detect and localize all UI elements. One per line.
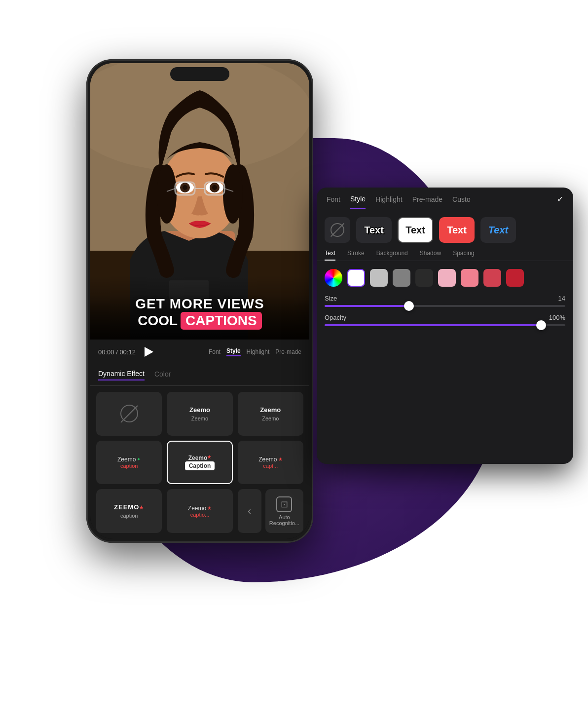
color-red[interactable] bbox=[483, 269, 501, 287]
effects-grid: Zeemo Zeemo Zeemo Zeemo Zeemo✦ caption bbox=[90, 386, 309, 539]
color-dark-red[interactable] bbox=[506, 269, 524, 287]
effect-zeemo-caption3[interactable]: Zeemo★ captio... bbox=[167, 489, 232, 533]
caption-highlight: CAPTIONS bbox=[181, 312, 262, 330]
svg-point-13 bbox=[212, 185, 217, 190]
panel-tab-style[interactable]: Style bbox=[350, 195, 366, 209]
slider-section: Size 14 Opacity 100% bbox=[317, 290, 573, 338]
opacity-slider-thumb[interactable] bbox=[536, 320, 546, 330]
caption-line2-prefix: COOL bbox=[138, 313, 178, 329]
style-options-row: Text Text Text Text bbox=[317, 209, 573, 247]
floating-panel: Font Style Highlight Pre-made Custo ✓ Te… bbox=[317, 188, 573, 464]
svg-point-6 bbox=[157, 164, 177, 224]
effect-zeemo-caption1[interactable]: Zeemo✦ caption bbox=[96, 441, 162, 485]
phone-screen: GET MORE VIEWS COOL CAPTIONS 00:00 / 00:… bbox=[90, 63, 309, 539]
size-slider-fill bbox=[325, 305, 409, 307]
opacity-value: 100% bbox=[549, 314, 565, 321]
effect-none[interactable] bbox=[96, 392, 162, 436]
opacity-slider-track[interactable] bbox=[325, 324, 565, 326]
photo-area: GET MORE VIEWS COOL CAPTIONS bbox=[90, 63, 309, 340]
size-slider-track[interactable] bbox=[325, 305, 565, 307]
auto-rec-button[interactable]: ⊡ AutoRecognitio... bbox=[265, 489, 303, 533]
size-value: 14 bbox=[558, 295, 565, 302]
color-light-pink[interactable] bbox=[438, 269, 456, 287]
panel-check-button[interactable]: ✓ bbox=[557, 194, 563, 209]
sub-tab-background[interactable]: Background bbox=[376, 247, 408, 261]
video-controls: 00:00 / 00:12 Font Style Highlight Pre-m… bbox=[90, 340, 309, 364]
style-option-red-bg[interactable]: Text bbox=[439, 217, 475, 243]
sub-tab-shadow[interactable]: Shadow bbox=[420, 247, 441, 261]
svg-point-10 bbox=[183, 185, 187, 190]
effect-tab-bar: Dynamic Effect Color bbox=[90, 364, 309, 386]
sub-tab-bar: Text Stroke Background Shadow Spacing bbox=[317, 247, 573, 261]
effect-zeemo2[interactable]: Zeemo Zeemo bbox=[238, 392, 303, 436]
time-display: 00:00 / 00:12 bbox=[98, 348, 136, 356]
caption-overlay: GET MORE VIEWS COOL CAPTIONS bbox=[90, 275, 309, 340]
effect-zeemo1[interactable]: Zeemo Zeemo bbox=[167, 392, 232, 436]
size-slider-thumb[interactable] bbox=[404, 301, 414, 311]
effect-zeemo-caption2[interactable]: Zeemo★ capt... bbox=[238, 441, 303, 485]
caption-line2: COOL CAPTIONS bbox=[138, 312, 262, 330]
opacity-label: Opacity bbox=[325, 314, 346, 321]
color-gray[interactable] bbox=[393, 269, 410, 287]
rainbow-color-picker[interactable] bbox=[325, 269, 342, 287]
opacity-slider-fill bbox=[325, 324, 541, 326]
phone-notch bbox=[170, 67, 229, 81]
back-button[interactable]: ‹ bbox=[238, 489, 261, 533]
panel-tab-custom[interactable]: Custo bbox=[452, 195, 471, 208]
scene: GET MORE VIEWS COOL CAPTIONS 00:00 / 00:… bbox=[0, 0, 588, 720]
opacity-slider-row: Opacity 100% bbox=[325, 314, 565, 326]
tab-dynamic-effect[interactable]: Dynamic Effect bbox=[98, 370, 145, 380]
tab-color[interactable]: Color bbox=[154, 370, 171, 380]
style-option-none[interactable] bbox=[325, 217, 350, 243]
svg-point-7 bbox=[223, 164, 243, 224]
color-dark-gray[interactable] bbox=[415, 269, 433, 287]
sub-tab-stroke[interactable]: Stroke bbox=[347, 247, 365, 261]
phone-main: GET MORE VIEWS COOL CAPTIONS 00:00 / 00:… bbox=[86, 59, 313, 543]
color-light-gray[interactable] bbox=[370, 269, 388, 287]
color-row bbox=[317, 266, 573, 290]
bottom-btns: ‹ ⊡ AutoRecognitio... bbox=[238, 489, 303, 533]
effect-zeemo-upper[interactable]: ZEEMO★ caption bbox=[96, 489, 162, 533]
size-label: Size bbox=[325, 295, 337, 302]
sub-tab-text[interactable]: Text bbox=[325, 247, 335, 261]
color-pink[interactable] bbox=[461, 269, 478, 287]
effect-zeemo-caption-selected[interactable]: Zeemo★ Caption bbox=[167, 441, 232, 485]
panel-tab-highlight[interactable]: Highlight bbox=[375, 195, 402, 208]
size-slider-row: Size 14 bbox=[325, 295, 565, 307]
sub-tab-spacing[interactable]: Spacing bbox=[453, 247, 474, 261]
style-option-blue[interactable]: Text bbox=[480, 217, 516, 243]
color-white[interactable] bbox=[347, 269, 365, 287]
panel-tab-font[interactable]: Font bbox=[327, 195, 340, 208]
panel-tab-premade[interactable]: Pre-made bbox=[412, 195, 442, 208]
style-option-stroke[interactable]: Text bbox=[356, 217, 392, 243]
play-button[interactable] bbox=[142, 345, 155, 359]
panel-tab-bar: Font Style Highlight Pre-made Custo ✓ bbox=[317, 188, 573, 209]
style-option-white-bg[interactable]: Text bbox=[398, 217, 433, 243]
caption-line1: GET MORE VIEWS bbox=[135, 296, 264, 312]
